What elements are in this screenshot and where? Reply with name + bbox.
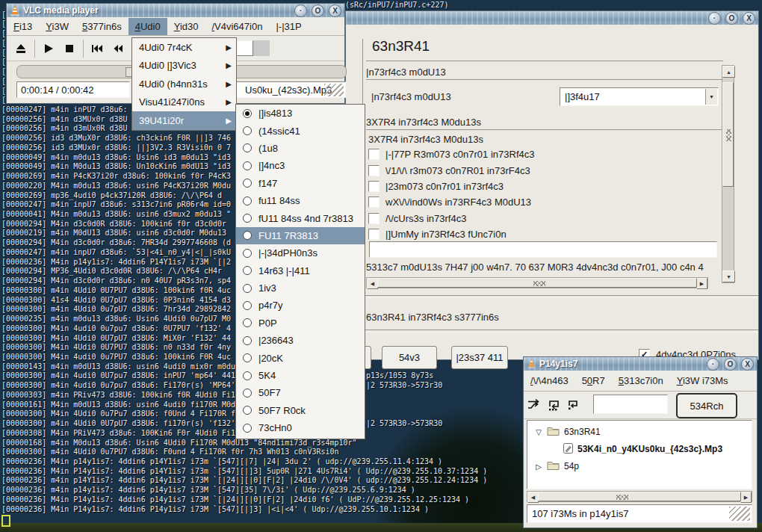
audio-menu-item-39u41i20r[interactable]: 39U41i20r▶ <box>132 111 236 130</box>
maximize-icon[interactable]: O <box>312 4 324 17</box>
scroll-left-icon[interactable]: ◀ <box>527 492 539 503</box>
interface-module-combobox[interactable]: |]3f4u17 ▼ <box>560 87 719 106</box>
playlist-menu-5313c7i0n[interactable]: 5313c7i0n <box>612 372 670 389</box>
radio-icon[interactable] <box>243 249 252 258</box>
playlist-group-54p[interactable]: ▷54p <box>533 458 579 474</box>
volume-slider-handle[interactable] <box>237 40 253 56</box>
equalizer-item-14ssic41[interactable]: (14ssic41 <box>236 122 365 139</box>
close-icon[interactable]: X <box>743 12 755 25</box>
checkbox-row-23m073-c0n7r01-in73rf4c3[interactable]: |23m073 c0n7r01 in73rf4c3 <box>368 179 712 194</box>
rewind-button[interactable] <box>108 39 128 58</box>
shuffle-icon[interactable] <box>525 396 543 414</box>
checkbox-row-curs3s-in73rf4c3[interactable]: /\/cUrs3s in73rf4c3 <box>368 211 712 226</box>
equalizer-item-4nc3[interactable]: |]4nc3 <box>236 157 365 174</box>
close-icon[interactable]: X <box>329 4 341 17</box>
repeat-all-icon[interactable] <box>545 396 563 414</box>
search-button[interactable]: 534Rch <box>676 393 737 418</box>
module-options-input[interactable] <box>369 241 717 258</box>
equalizer-item-is4813[interactable]: |]is4813 <box>236 105 365 122</box>
radio-icon[interactable] <box>243 371 252 380</box>
play-button[interactable] <box>38 39 59 58</box>
radio-icon[interactable] <box>243 318 252 327</box>
equalizer-item-p4r7y[interactable]: p4r7y <box>236 297 365 314</box>
playlist-tree[interactable]: ▽63n3R4153K4i_n0_y4KUs0ku_{42s3c}.Mp3▷54… <box>527 420 752 489</box>
collapse-icon[interactable]: ▽ <box>533 428 544 436</box>
minimize-icon[interactable]: · <box>294 4 307 17</box>
equalizer-item-1iv3[interactable]: 1iv3 <box>236 279 365 297</box>
radio-icon[interactable] <box>243 126 252 135</box>
close-icon[interactable]: X <box>741 358 754 371</box>
playlist-menu-4n463[interactable]: /\/\4n463 <box>524 372 575 389</box>
audio-menu-item-4udi0-7r4ck[interactable]: 4Udi0 7r4cK▶ <box>132 38 236 57</box>
maximize-icon[interactable]: O <box>724 358 737 371</box>
radio-icon[interactable] <box>243 336 252 345</box>
equalizer-item-5k4[interactable]: 5K4 <box>236 367 365 384</box>
menu-4udi0[interactable]: 4Udi0 <box>128 18 167 35</box>
checkbox-icon[interactable] <box>368 229 380 240</box>
expand-icon[interactable]: ▷ <box>533 463 544 471</box>
chevron-down-icon[interactable]: ▼ <box>705 89 717 105</box>
resize-grip[interactable] <box>729 507 750 521</box>
maximize-icon[interactable]: O <box>725 12 738 25</box>
radio-icon[interactable] <box>243 424 252 433</box>
playlist-titlebar[interactable]: P14y1is7 · O X <box>524 357 757 371</box>
vertical-scrollbar[interactable]: ▲ ▼ <box>722 65 734 283</box>
scrollbar-thumb[interactable] <box>538 492 741 501</box>
checkbox-row-1-r3m073-c0n7r01-in73rf4c3[interactable]: \/1/\/\ r3m073 c0n7R01 in73rF4c3 <box>368 162 712 178</box>
radio-icon[interactable] <box>243 301 252 310</box>
eject-button[interactable] <box>10 39 31 58</box>
checkbox-icon[interactable] <box>368 197 380 208</box>
resize-grip[interactable] <box>324 84 344 96</box>
menu-fi13[interactable]: Fi13 <box>7 18 39 35</box>
horizontal-scrollbar[interactable]: ◀ ▶ <box>366 277 708 288</box>
audio-menu-item-visu41i247i0ns[interactable]: Visu41i247i0ns▶ <box>132 93 236 112</box>
scrollbar-thumb[interactable] <box>722 82 734 187</box>
volume-slider[interactable] <box>237 40 270 56</box>
playlist-item-53k4i-n0-y4kus0ku-42s3c-mp3[interactable]: 53K4i_n0_y4KUs0ku_{42s3c}.Mp3 <box>563 441 722 457</box>
scroll-right-icon[interactable]: ▶ <box>696 278 707 289</box>
scroll-right-icon[interactable]: ▶ <box>740 492 752 503</box>
radio-icon[interactable] <box>243 214 252 223</box>
playlist-search-input[interactable] <box>593 395 668 414</box>
equalizer-item-20ck[interactable]: |20cK <box>236 349 365 366</box>
audio-menu-item-4udi0-3vic3[interactable]: 4Udi0 |]3Vic3▶ <box>132 57 236 75</box>
audio-menu-item-4udi0-h4nn31s[interactable]: 4Udi0 (h4nn31s▶ <box>132 75 236 93</box>
radio-icon[interactable] <box>243 231 252 240</box>
equalizer-item-fu11-7r3813[interactable]: FU11 7R3813 <box>236 227 365 244</box>
preferences-titlebar[interactable]: · O X <box>346 11 758 25</box>
checkbox-row-wx-ind0ws-in73rf4c3-m0du13[interactable]: wX\/\/ind0Ws in73RF4c3 M0dU13 <box>368 194 712 210</box>
equalizer-item-50f7-r0ck[interactable]: 50F7 R0ck <box>236 402 365 419</box>
equalizer-item-73chn0[interactable]: 73cHn0 <box>236 419 365 436</box>
scroll-down-icon[interactable]: ▼ <box>722 270 735 282</box>
equalizer-item-p0p[interactable]: P0P <box>236 315 365 332</box>
radio-icon[interactable] <box>243 161 252 170</box>
vlc-titlebar[interactable]: VLC media player · O X <box>7 4 344 17</box>
scroll-left-icon[interactable]: ◀ <box>367 278 378 289</box>
menu-yi3w[interactable]: Yi3W <box>39 18 75 35</box>
menu-5377in6s[interactable]: 5377in6s <box>75 18 128 35</box>
playlist-group-63n3r41[interactable]: ▽63n3R41 <box>533 424 601 440</box>
playlist-horizontal-scrollbar[interactable]: ◀ ▶ <box>527 491 752 502</box>
menu-v4vi647i0n[interactable]: /V4vi647i0n <box>205 18 269 35</box>
radio-icon[interactable] <box>243 197 252 205</box>
equalizer-item-1u8[interactable]: (1u8 <box>236 140 365 157</box>
stop-button[interactable] <box>59 39 80 58</box>
checkbox-icon[interactable] <box>368 181 380 192</box>
radio-selected-icon[interactable] <box>243 109 252 118</box>
equalizer-item-34dph0n3s[interactable]: |-|34dPH0n3s <box>236 244 365 262</box>
scroll-up-icon[interactable]: ▲ <box>722 66 735 78</box>
radio-icon[interactable] <box>243 266 252 275</box>
radio-icon[interactable] <box>243 284 252 293</box>
reset-all-button[interactable]: |23s37 411 <box>451 346 508 369</box>
equalizer-item-236643[interactable]: |236643 <box>236 332 365 349</box>
playlist-menu-50r7[interactable]: 50R7 <box>575 372 612 389</box>
checkbox-icon[interactable] <box>368 213 380 224</box>
radio-icon[interactable] <box>243 406 252 415</box>
checkbox-row-77p-r3m073-c0n7r01-in73rf4c3[interactable]: |-|77P R3m073 c0n7r01 in73Rf4c3 <box>368 146 712 162</box>
radio-icon[interactable] <box>243 143 252 152</box>
radio-icon[interactable] <box>243 389 252 398</box>
repeat-one-icon[interactable] <box>564 396 582 414</box>
menu-31p[interactable]: |-|31P <box>269 18 308 35</box>
checkbox-icon[interactable] <box>368 149 380 160</box>
minimize-icon[interactable]: · <box>707 358 719 371</box>
